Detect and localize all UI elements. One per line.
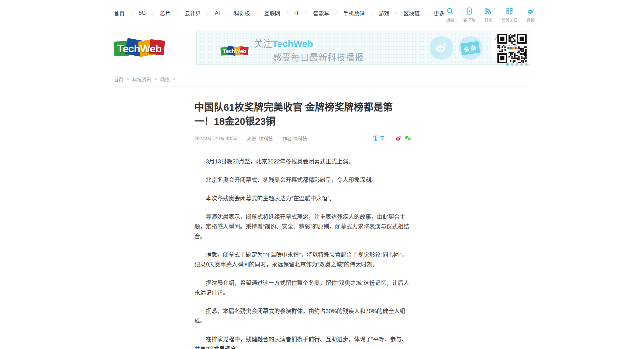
nav-item-芯片[interactable]: 芯片 <box>160 9 171 17</box>
nav-separator: / <box>371 10 372 16</box>
weibo-icon <box>526 7 535 15</box>
article-paragraph: 在排演过程中，残健融合的表演者们携手前行、互助进步，体现了“平等、参与、共享”的… <box>195 335 411 349</box>
article-meta: 2022.03.14 09:40:53 来源: 快科技 作者:快科技 T T <box>195 134 411 143</box>
nav-item-IT[interactable]: IT <box>294 10 299 16</box>
masthead: TechWeb TechWeb 关注TechWeb 感受每日最新科技播报 <box>114 26 530 70</box>
nav-item-互联网[interactable]: 互联网 <box>264 9 280 17</box>
banner-qr-panel: 扫码关注 <box>491 32 530 64</box>
search-icon <box>446 7 454 15</box>
breadcrumb-separator: > <box>127 77 129 82</box>
article-date: 2022.03.14 09:40:53 <box>195 136 237 141</box>
tool-label: 订阅 <box>484 17 492 22</box>
nav-separator: / <box>226 10 228 16</box>
qrcode-icon <box>505 7 514 15</box>
nav-separator: / <box>426 10 427 16</box>
nav-separator: / <box>306 10 307 16</box>
nav-item-AI[interactable]: AI <box>215 10 220 16</box>
banner-carousel-dots <box>506 63 528 66</box>
breadcrumb: 首页>科技资讯>网络> <box>114 70 530 87</box>
carousel-dot-3[interactable] <box>516 63 518 66</box>
header-tools: 搜索客户端订阅扫码关注微博 <box>444 3 536 22</box>
top-navbar: 首页/5G/芯片/云计算/AI/科创板/互联网/IT/智能车/手机数码/游戏/区… <box>0 0 644 26</box>
article-paragraph: 导演沈晨表示，闭幕式将延续开幕式理念，注重表达残疾人的故事，由此契合主题，定格感… <box>195 212 411 241</box>
tool-微博[interactable]: 微博 <box>525 7 536 22</box>
banner-slogan-prefix: 关注 <box>254 39 272 49</box>
article-paragraph: 据悉，本届冬残奥会闭幕式的参演群体，由约占30%的残疾人和70%的健全人组成。 <box>195 306 411 326</box>
tool-客户端[interactable]: 客户端 <box>463 7 475 22</box>
article-paragraph: 本次冬残奥会闭幕式的主题表达为“在温暖中永恒”。 <box>195 194 411 203</box>
nav-item-智能车[interactable]: 智能车 <box>313 9 329 17</box>
nav-item-云计算[interactable]: 云计算 <box>185 9 201 17</box>
nav-separator: / <box>335 10 337 16</box>
carousel-dot-1[interactable] <box>506 63 509 66</box>
nav-separator: / <box>207 10 209 16</box>
banner-logo-text: TechWeb <box>221 48 249 54</box>
weibo-icon <box>434 40 448 56</box>
nav-separator: / <box>177 10 178 16</box>
nav-item-游戏[interactable]: 游戏 <box>379 9 389 17</box>
article: 中国队61枚奖牌完美收官 金牌榜奖牌榜都是第一！18金20银23铜 2022.0… <box>195 87 411 349</box>
banner-techweb-logo: TechWeb <box>221 46 249 57</box>
logo-text: TechWeb <box>115 43 164 55</box>
article-paragraph: 据沈晨介绍，希望通过这一方式留住整个冬奥，留住“双奥之城”这份记忆，让后人永远记… <box>195 278 411 298</box>
banner-slogan-brand: TechWeb <box>272 39 313 49</box>
meta-divider <box>388 136 388 141</box>
tool-搜索[interactable]: 搜索 <box>444 7 456 22</box>
article-body: 3月13日晚20点整，北京2022年冬残奥会闭幕式正式上演。北京冬奥会开闭幕式、… <box>195 157 411 349</box>
toutiao-label: 头条 <box>461 41 480 55</box>
nav-item-手机数码[interactable]: 手机数码 <box>343 9 365 17</box>
qr-code <box>497 34 527 63</box>
nav-item-更多[interactable]: 更多 <box>434 9 444 17</box>
rss-icon <box>484 7 493 15</box>
tool-label: 微博 <box>527 17 535 22</box>
breadcrumb-item-首页[interactable]: 首页 <box>114 76 123 83</box>
article-author: 作者:快科技 <box>282 135 307 142</box>
nav-item-科创板[interactable]: 科创板 <box>234 9 250 17</box>
nav-item-5G[interactable]: 5G <box>139 10 146 16</box>
banner-slogan: 关注TechWeb 感受每日最新科技播报 <box>254 37 364 63</box>
banner-slogan-line2: 感受每日最新科技播报 <box>254 50 364 63</box>
nav-separator: / <box>131 10 132 16</box>
qr-center-logo <box>506 45 518 52</box>
carousel-dot-2[interactable] <box>511 63 514 66</box>
article-title: 中国队61枚奖牌完美收官 金牌榜奖牌榜都是第一！18金20银23铜 <box>195 100 411 129</box>
nav-separator: / <box>256 10 258 16</box>
tool-扫码关注[interactable]: 扫码关注 <box>501 7 518 22</box>
article-source: 来源: 快科技 <box>247 135 273 142</box>
breadcrumb-item-网络[interactable]: 网络 <box>160 76 170 83</box>
tool-label: 客户端 <box>463 17 475 22</box>
article-paragraph: 北京冬奥会开闭幕式、冬残奥会开幕式都精彩纷呈，令人印象深刻。 <box>195 175 411 185</box>
tool-订阅[interactable]: 订阅 <box>483 7 494 22</box>
main-nav: 首页/5G/芯片/云计算/AI/科创板/互联网/IT/智能车/手机数码/游戏/区… <box>114 9 445 17</box>
breadcrumb-item-科技资讯[interactable]: 科技资讯 <box>132 76 151 83</box>
carousel-dot-5[interactable] <box>525 63 528 66</box>
page-container: TechWeb TechWeb 关注TechWeb 感受每日最新科技播报 <box>114 26 530 349</box>
nav-item-区块链[interactable]: 区块链 <box>404 9 420 17</box>
mobile-client-icon <box>465 7 474 15</box>
breadcrumb-separator: > <box>173 77 175 82</box>
nav-separator: / <box>286 10 288 16</box>
nav-separator: / <box>396 10 397 16</box>
breadcrumb-separator: > <box>155 77 157 82</box>
tool-label: 扫码关注 <box>501 17 518 22</box>
techweb-logo[interactable]: TechWeb <box>114 39 164 58</box>
carousel-dot-4[interactable] <box>520 63 523 66</box>
tool-label: 搜索 <box>446 17 454 22</box>
promo-banner[interactable]: TechWeb 关注TechWeb 感受每日最新科技播报 头条 <box>196 32 530 65</box>
nav-item-首页[interactable]: 首页 <box>114 9 125 17</box>
article-paragraph: 据悉，闭幕式主题定为“在温暖中永恒”，将以特殊装置配合主视觉形象“同心圆”，记录… <box>195 250 411 269</box>
nav-separator: / <box>152 10 154 16</box>
font-size-decrease-button[interactable]: T <box>380 135 384 141</box>
font-size-increase-button[interactable]: T <box>373 134 378 143</box>
banner-weibo-badge[interactable] <box>430 36 453 60</box>
article-paragraph: 3月13日晚20点整，北京2022年冬残奥会闭幕式正式上演。 <box>195 157 411 166</box>
banner-slogan-line1: 关注TechWeb <box>254 37 364 50</box>
share-weibo-icon[interactable] <box>395 135 402 142</box>
share-wechat-icon[interactable] <box>405 135 411 142</box>
banner-toutiao-badge[interactable]: 头条 <box>459 36 482 60</box>
